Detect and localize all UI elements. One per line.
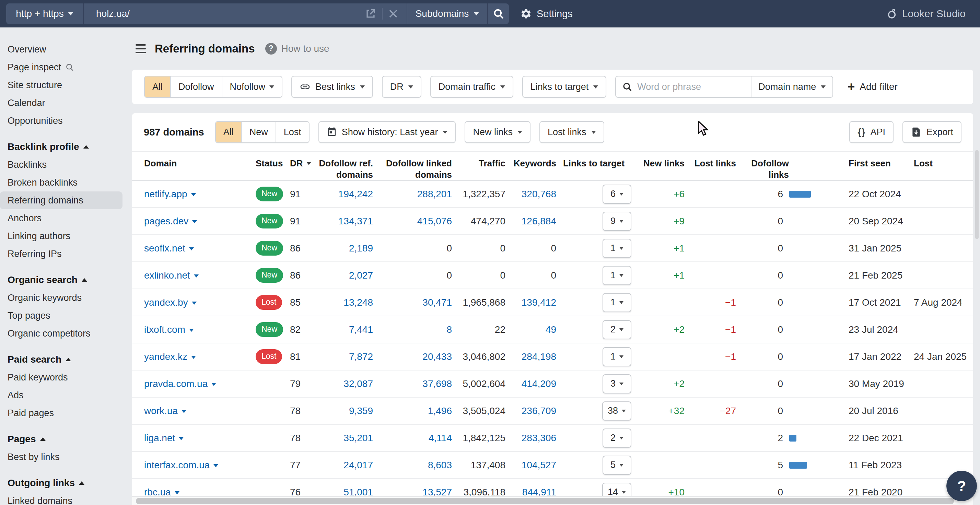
sidebar-item-opportunities[interactable]: Opportunities [0, 112, 123, 130]
links-to-target-select[interactable]: 5 [603, 456, 632, 475]
keywords-link[interactable]: 320,768 [522, 189, 556, 200]
col-header-domain[interactable]: Domain [144, 158, 256, 169]
mode-dropdown[interactable]: Subdomains [407, 3, 487, 24]
show-history-dropdown[interactable]: Show history: Last year [318, 121, 456, 143]
chevron-down-icon[interactable] [192, 302, 197, 305]
help-fab-button[interactable]: ? [947, 471, 977, 501]
chevron-down-icon[interactable] [194, 275, 199, 278]
chevron-down-icon[interactable] [191, 193, 196, 196]
col-header-dofollow-linked-domains[interactable]: Dofollow linked domains [373, 158, 452, 181]
chevron-down-icon[interactable] [191, 356, 196, 359]
sidebar-item-ads[interactable]: Ads [0, 386, 123, 404]
sidebar-section-backlink-profile[interactable]: Backlink profile [0, 138, 132, 156]
col-header-keywords[interactable]: Keywords [506, 158, 556, 169]
sidebar-item-best-by-links[interactable]: Best by links [0, 448, 123, 466]
col-header-dofollow-links[interactable]: Dofollow links [736, 158, 835, 181]
domain-link[interactable]: pages.dev [144, 216, 197, 227]
links-to-target-select[interactable]: 6 [603, 184, 632, 204]
col-header-traffic[interactable]: Traffic [452, 158, 506, 169]
keywords-link[interactable]: 414,209 [522, 378, 556, 389]
target-url-input[interactable]: holz.ua/ [84, 3, 407, 24]
keywords-link[interactable]: 49 [546, 324, 556, 335]
new-links-dropdown[interactable]: New links [465, 121, 530, 143]
how-to-use-link[interactable]: How to use [282, 43, 329, 54]
chevron-down-icon[interactable] [179, 437, 184, 440]
dofollow-ref-domains-link[interactable]: 7,441 [349, 324, 373, 335]
sidebar-item-broken-backlinks[interactable]: Broken backlinks [0, 173, 123, 191]
col-header-dr[interactable]: DR [290, 158, 316, 169]
links-to-target-select[interactable]: 38 [602, 402, 632, 421]
sidebar-item-backlinks[interactable]: Backlinks [0, 156, 123, 173]
dr-filter-button[interactable]: DR [382, 76, 422, 98]
dofollow-ref-domains-link[interactable]: 35,201 [344, 433, 373, 444]
dofollow-linked-domains-link[interactable]: 4,114 [429, 433, 452, 444]
chevron-down-icon[interactable] [192, 220, 197, 223]
sidebar-item-referring-domains[interactable]: Referring domains [0, 191, 123, 209]
dofollow-ref-domains-link[interactable]: 9,359 [349, 405, 373, 416]
dofollow-ref-domains-link[interactable]: 2,027 [349, 270, 373, 281]
sidebar-section-outgoing-links[interactable]: Outgoing links [0, 474, 132, 492]
protocol-dropdown[interactable]: http + https [6, 3, 84, 24]
sidebar-item-anchors[interactable]: Anchors [0, 209, 123, 227]
chevron-down-icon[interactable] [212, 383, 216, 386]
lost-links-dropdown[interactable]: Lost links [539, 121, 604, 143]
keywords-link[interactable]: 104,527 [522, 460, 556, 471]
links-to-target-select[interactable]: 1 [603, 293, 632, 312]
domain-link[interactable]: yandex.kz [144, 351, 196, 362]
sidebar-item-organic-keywords[interactable]: Organic keywords [0, 289, 123, 307]
open-external-icon[interactable] [365, 8, 376, 19]
help-question-icon[interactable]: ? [265, 43, 277, 54]
sidebar-item-referring-ips[interactable]: Referring IPs [0, 245, 123, 263]
sidebar-item-site-structure[interactable]: Site structure [0, 76, 123, 94]
dofollow-linked-domains-link[interactable]: 415,076 [417, 216, 452, 227]
keywords-link[interactable]: 236,709 [522, 405, 556, 416]
chevron-down-icon[interactable] [189, 247, 194, 251]
dofollow-ref-domains-link[interactable]: 13,248 [344, 297, 373, 308]
dofollow-linked-domains-link[interactable]: 8,603 [428, 460, 452, 471]
search-submit-button[interactable] [487, 3, 509, 24]
links-to-target-select[interactable]: 2 [603, 429, 632, 448]
vertical-scrollbar-thumb[interactable] [975, 150, 978, 239]
domain-link[interactable]: itxoft.com [144, 324, 194, 335]
search-scope-dropdown[interactable]: Domain name [751, 76, 832, 97]
sidebar-item-top-pages[interactable]: Top pages [0, 307, 123, 324]
keywords-link[interactable]: 283,306 [522, 433, 556, 444]
dofollow-ref-domains-link[interactable]: 2,189 [349, 243, 373, 254]
settings-button[interactable]: Settings [520, 0, 573, 27]
dofollow-ref-domains-link[interactable]: 134,371 [338, 216, 373, 227]
dofollow-linked-domains-link[interactable]: 0 [446, 243, 452, 254]
segment-all[interactable]: All [145, 76, 171, 97]
dofollow-ref-domains-link[interactable]: 194,242 [338, 189, 373, 200]
chevron-down-icon[interactable] [181, 410, 186, 413]
links-to-target-filter-button[interactable]: Links to target [522, 76, 607, 98]
domain-link[interactable]: work.ua [144, 405, 186, 416]
sidebar-item-overview[interactable]: Overview [0, 40, 123, 58]
add-filter-button[interactable]: + Add filter [848, 81, 898, 93]
word-or-phrase-input[interactable] [637, 82, 740, 92]
dofollow-linked-domains-link[interactable]: 0 [446, 270, 452, 281]
dofollow-linked-domains-link[interactable]: 37,698 [422, 378, 452, 389]
sidebar-item-paid-keywords[interactable]: Paid keywords [0, 368, 123, 386]
segment-nofollow[interactable]: Nofollow [222, 76, 282, 97]
chevron-down-icon[interactable] [213, 464, 218, 467]
sidebar-item-page-inspect[interactable]: Page inspect [0, 58, 123, 76]
best-links-filter-button[interactable]: Best links [291, 76, 373, 98]
dofollow-ref-domains-link[interactable]: 7,872 [349, 351, 373, 362]
menu-icon[interactable] [135, 44, 146, 53]
sidebar-section-organic-search[interactable]: Organic search [0, 271, 132, 289]
col-header-status[interactable]: Status [256, 158, 290, 169]
sidebar-section-paid-search[interactable]: Paid search [0, 351, 132, 368]
links-to-target-select[interactable]: 1 [603, 239, 632, 258]
keywords-link[interactable]: 284,198 [522, 351, 556, 362]
keywords-link[interactable]: 0 [551, 243, 556, 254]
clear-icon[interactable] [388, 9, 398, 19]
col-header-lost[interactable]: Lost [906, 158, 973, 169]
domain-link[interactable]: netlify.app [144, 189, 196, 200]
export-button[interactable]: Export [902, 121, 961, 143]
dofollow-linked-domains-link[interactable]: 30,471 [422, 297, 452, 308]
keywords-link[interactable]: 126,884 [522, 216, 556, 227]
links-to-target-select[interactable]: 2 [603, 320, 632, 339]
horizontal-scrollbar-thumb[interactable] [136, 498, 954, 504]
links-to-target-select[interactable]: 1 [603, 266, 632, 285]
domain-link[interactable]: yandex.by [144, 297, 197, 308]
